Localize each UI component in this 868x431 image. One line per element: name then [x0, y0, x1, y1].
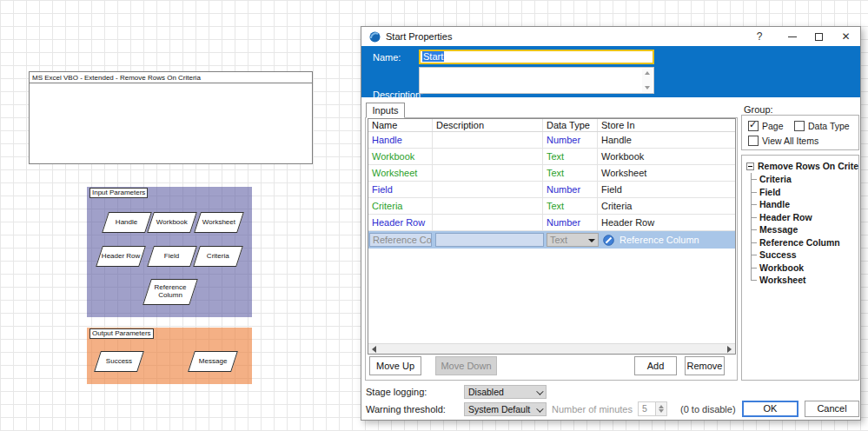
scroll-right-icon	[727, 346, 732, 353]
dialog-header: Name: Start Description:	[361, 46, 860, 97]
description-scrollbar[interactable]	[642, 69, 653, 92]
spinner-up-icon	[659, 405, 664, 408]
checkbox-page[interactable]: ✓ Page	[748, 121, 784, 131]
process-stage-box[interactable]: MS Excel VBO - Extended - Remove Rows On…	[29, 71, 313, 164]
help-button[interactable]: ?	[746, 27, 772, 46]
data-item-success[interactable]: Success	[94, 351, 144, 372]
data-item-header-row[interactable]: Header Row	[96, 246, 146, 267]
warning-threshold-dropdown[interactable]: System Default	[464, 402, 547, 416]
tree-item[interactable]: Worksheet	[751, 274, 858, 287]
minutes-spinner[interactable]: 5	[638, 401, 667, 416]
data-item-handle[interactable]: Handle	[102, 212, 152, 233]
table-header-row: Name Description Data Type Store In	[368, 119, 735, 132]
items-tree: Remove Rows On Criteria Criteria Field H…	[741, 155, 859, 381]
column-header-name[interactable]: Name	[368, 119, 433, 131]
dropdown-chevron-icon	[536, 405, 543, 412]
table-row[interactable]: Criteria Text Criteria	[368, 198, 735, 215]
inputs-panel: Name Description Data Type Store In Hand…	[365, 117, 738, 381]
cancel-button[interactable]: Cancel	[805, 401, 859, 417]
scroll-up-icon	[645, 71, 650, 75]
stage-logging-dropdown[interactable]: Disabled	[464, 385, 547, 399]
table-row[interactable]: Workbook Text Workbook	[368, 149, 735, 165]
data-item-reference-column[interactable]: Reference Column	[142, 279, 198, 305]
name-value: Start	[422, 51, 444, 62]
input-parameters-label: Input Parameters	[89, 188, 148, 198]
maximize-button[interactable]	[805, 27, 832, 46]
name-input[interactable]: Start	[419, 50, 654, 64]
data-item-eraser-icon	[603, 235, 614, 246]
tree-item[interactable]: Criteria	[751, 173, 858, 186]
dropdown-arrow-icon	[588, 239, 595, 242]
spinner-down-icon	[659, 409, 664, 413]
data-item-worksheet[interactable]: Worksheet	[194, 212, 244, 233]
group-label: Group:	[744, 104, 773, 115]
column-header-data-type[interactable]: Data Type	[543, 119, 598, 131]
column-header-store-in[interactable]: Store In	[598, 119, 735, 131]
ok-button[interactable]: OK	[742, 401, 798, 417]
tree-item[interactable]: Handle	[751, 198, 858, 211]
tab-inputs[interactable]: Inputs	[366, 103, 405, 118]
dialog-titlebar[interactable]: Start Properties ? ✕	[361, 27, 860, 47]
data-item-field[interactable]: Field	[147, 246, 197, 267]
parameters-table: Name Description Data Type Store In Hand…	[368, 118, 736, 355]
table-row[interactable]: Handle Number Handle	[368, 132, 735, 149]
description-label: Description:	[373, 90, 423, 100]
close-button[interactable]: ✕	[832, 27, 860, 46]
checkbox-unchecked-icon	[748, 136, 759, 146]
tree-item[interactable]: Success	[751, 249, 858, 262]
warning-threshold-label: Warning threshold:	[366, 404, 446, 414]
move-down-button[interactable]: Move Down	[435, 356, 497, 375]
process-stage-title: MS Excel VBO - Extended - Remove Rows On…	[30, 72, 312, 83]
table-row[interactable]: Field Number Field	[368, 182, 735, 198]
table-row-selected[interactable]: Reference Column Text Reference Column	[368, 231, 735, 249]
tree-collapse-icon[interactable]	[746, 162, 754, 170]
description-input[interactable]	[419, 67, 654, 94]
checkbox-data-type[interactable]: Data Type	[794, 121, 850, 131]
data-item-message[interactable]: Message	[188, 351, 238, 372]
scroll-left-icon	[372, 346, 376, 353]
move-up-button[interactable]: Move Up	[369, 356, 421, 375]
name-label: Name:	[373, 52, 401, 63]
tree-item[interactable]: Message	[751, 223, 858, 236]
tree-root-item[interactable]: Remove Rows On Criteria	[746, 161, 858, 171]
minimize-icon	[788, 36, 797, 37]
selected-data-type-dropdown[interactable]: Text	[547, 233, 599, 247]
blueprism-app-icon	[369, 31, 381, 43]
tree-item[interactable]: Field	[751, 186, 858, 199]
remove-button[interactable]: Remove	[685, 356, 725, 375]
checkbox-unchecked-icon	[794, 121, 805, 131]
tree-item[interactable]: Workbook	[751, 262, 858, 275]
column-header-description[interactable]: Description	[433, 119, 543, 131]
dialog-title: Start Properties	[386, 31, 452, 42]
add-button[interactable]: Add	[634, 356, 677, 375]
minimize-button[interactable]	[779, 27, 805, 46]
data-item-criteria[interactable]: Criteria	[193, 246, 243, 267]
stage-logging-label: Stage logging:	[366, 387, 427, 397]
tree-item[interactable]: Header Row	[751, 211, 858, 224]
output-parameters-label: Output Parameters	[89, 328, 154, 339]
scroll-down-icon	[645, 86, 650, 90]
number-of-minutes-label: Number of minutes	[552, 404, 633, 414]
checkbox-view-all-items[interactable]: View All Items	[748, 136, 818, 146]
group-options-box: ✓ Page Data Type View All Items	[741, 115, 859, 150]
table-row[interactable]: Header Row Number Header Row	[368, 215, 735, 231]
checkbox-checked-icon: ✓	[748, 121, 759, 131]
selected-store-in[interactable]: Reference Column	[603, 233, 699, 247]
table-horizontal-scrollbar[interactable]	[368, 343, 735, 354]
table-row[interactable]: Worksheet Text Worksheet	[368, 165, 735, 182]
selected-description-input[interactable]	[435, 233, 544, 247]
spinner-buttons[interactable]	[655, 402, 666, 415]
start-properties-dialog: Start Properties ? ✕ Name: Start Descrip…	[361, 26, 861, 421]
tree-item[interactable]: Reference Column	[751, 236, 858, 249]
dropdown-chevron-icon	[536, 388, 543, 395]
data-item-workbook[interactable]: Workbook	[147, 212, 197, 233]
selected-name-input[interactable]: Reference Column	[369, 233, 432, 247]
disable-hint-label: (0 to disable)	[680, 404, 736, 414]
maximize-icon	[815, 33, 823, 41]
